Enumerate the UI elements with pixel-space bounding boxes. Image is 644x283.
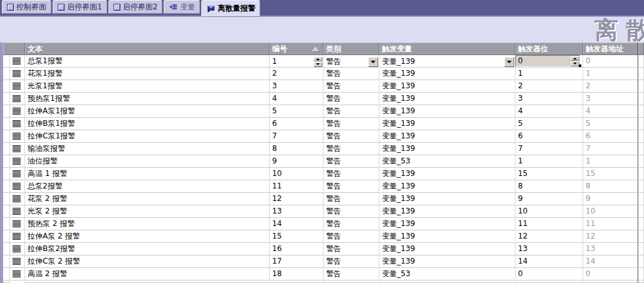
alarm-text-cell[interactable]: 总泵1报警 [25,55,270,68]
spinner-up-button[interactable] [314,57,322,62]
alarm-category-cell[interactable]: 警告 [324,180,379,193]
alarm-number-cell[interactable]: 12 [270,193,324,205]
category-dropdown-button[interactable] [368,57,378,67]
spinner[interactable] [571,56,579,66]
trigger-bit-cell[interactable]: 10 [515,205,583,218]
spinner-up-button[interactable] [571,56,579,61]
alarm-category-cell[interactable]: 警告 [324,218,379,230]
trigger-variable-cell[interactable]: 变量_139 [379,230,515,243]
table-row[interactable]: 预热泵1报警4警告变量_13933 [3,93,644,105]
trigger-bit-cell[interactable]: 2 [515,80,583,93]
tab-variables[interactable]: 变量 [164,0,200,14]
trigger-variable-cell[interactable]: 变量_139 [379,193,515,205]
table-row[interactable]: 拉伸B泵2报警16警告变量_1391313 [3,243,644,255]
alarm-text-cell[interactable]: 油位报警 [25,155,270,168]
trigger-variable-cell[interactable]: 变量_139 [379,218,515,230]
alarm-category-cell[interactable]: 警告 [324,243,379,255]
table-row[interactable]: 拉伸A泵1报警5警告变量_13944 [3,105,644,118]
trigger-bit-cell[interactable]: 7 [515,143,583,155]
table-row[interactable]: 花泵1报警2警告变量_13911 [3,68,644,80]
row-selector[interactable] [3,230,10,243]
alarm-text-cell[interactable]: 光泵 2 报警 [25,205,270,218]
alarm-text-cell[interactable]: 输油泵报警 [25,143,270,155]
row-selector[interactable] [3,243,10,255]
trigger-variable-cell[interactable]: 变量_139 [379,93,515,105]
trigger-bit-cell[interactable]: 12 [515,230,583,243]
alarm-text-cell[interactable]: 花泵1报警 [25,68,270,80]
alarm-number-cell[interactable]: 6 [270,118,324,130]
alarm-category-cell[interactable]: 警告 [324,55,379,68]
alarm-text-cell[interactable]: 拉伸C泵1报警 [25,130,270,143]
row-selector[interactable] [3,193,10,205]
trigger-bit-cell[interactable]: 9 [515,193,583,205]
table-row[interactable]: 拉伸C泵 2 报警17警告变量_1391414 [3,255,644,268]
alarm-number-cell[interactable]: 10 [270,168,324,180]
trigger-variable-cell[interactable]: 变量_53 [379,268,515,280]
row-selector-header[interactable] [3,43,25,55]
alarm-text-cell[interactable]: 拉伸A泵 2 报警 [25,230,270,243]
alarm-number-cell[interactable]: 15 [270,230,324,243]
trigger-bit-cell[interactable]: 1 [515,155,583,168]
alarm-category-cell[interactable]: 警告 [324,143,379,155]
alarm-number-cell[interactable]: 5 [270,105,324,118]
tab-control-screen[interactable]: 控制界面 [2,0,51,14]
table-row[interactable]: 总泵1报警1警告变量_13900 [3,55,644,68]
alarm-category-cell[interactable]: 警告 [324,93,379,105]
table-row[interactable]: 总泵2报警11警告变量_13988 [3,180,644,193]
trigger-bit-cell[interactable]: 14 [515,255,583,268]
row-selector[interactable] [3,218,10,230]
alarm-text-cell[interactable]: 预热泵 2 报警 [25,218,270,230]
column-header-category[interactable]: 类别 [324,43,379,55]
trigger-variable-cell[interactable]: 变量_139 [379,168,515,180]
table-row[interactable]: 高温 2 报警18警告变量_5300 [3,268,644,280]
alarm-number-cell[interactable]: 14 [270,218,324,230]
alarm-number-cell[interactable]: 2 [270,68,324,80]
alarm-text-cell[interactable]: 拉伸B泵2报警 [25,243,270,255]
trigger-bit-cell[interactable]: 5 [515,118,583,130]
column-header-trigger-address[interactable]: 触发器地址 [583,43,638,55]
row-selector[interactable] [3,80,10,93]
table-row[interactable]: 光泵1报警3警告变量_13922 [3,80,644,93]
row-selector[interactable] [3,180,10,193]
trigger-variable-cell[interactable]: 变量_139 [379,130,515,143]
alarm-category-cell[interactable]: 警告 [324,68,379,80]
row-selector[interactable] [3,130,10,143]
trigger-variable-cell[interactable]: 变量_139 [379,243,515,255]
alarm-category-cell[interactable]: 警告 [324,268,379,280]
trigger-bit-cell[interactable]: 6 [515,130,583,143]
trigger-variable-cell[interactable]: 变量_139 [379,80,515,93]
trigger-variable-cell[interactable]: 变量_139 [379,55,515,68]
row-selector[interactable] [3,205,10,218]
trigger-bit-cell[interactable]: 8 [515,180,583,193]
trigger-variable-cell[interactable]: 变量_139 [379,180,515,193]
column-header-number[interactable]: 编号 [270,43,324,55]
alarm-number-cell[interactable]: 11 [270,180,324,193]
trigger-bit-edit-field[interactable]: 0 [515,55,580,67]
alarm-category-cell[interactable]: 警告 [324,230,379,243]
alarm-category-cell[interactable]: 警告 [324,130,379,143]
cell-resize-handle[interactable] [579,64,581,67]
row-selector[interactable] [3,55,10,68]
table-row[interactable]: 预热泵 2 报警14警告变量_1391111 [3,218,644,230]
alarm-category-cell[interactable]: 警告 [324,80,379,93]
alarm-number-cell[interactable]: 3 [270,80,324,93]
row-selector[interactable] [3,168,10,180]
alarm-category-cell[interactable]: 警告 [324,118,379,130]
column-header-text[interactable]: 文本 [25,43,270,55]
table-row[interactable]: 输油泵报警8警告变量_13977 [3,143,644,155]
trigger-variable-cell[interactable]: 变量_139 [379,143,515,155]
table-row[interactable]: 油位报警9警告变量_5311 [3,155,644,168]
table-row[interactable]: 拉伸B泵1报警6警告变量_13955 [3,118,644,130]
alarm-text-cell[interactable]: 预热泵1报警 [25,93,270,105]
spinner-down-button[interactable] [571,61,579,66]
tab-startstop-screen-2[interactable]: 启停界面2 [108,0,163,14]
alarm-number-cell[interactable]: 17 [270,255,324,268]
row-selector[interactable] [3,143,10,155]
trigger-variable-cell[interactable]: 变量_139 [379,118,515,130]
trigger-variable-cell[interactable]: 变量_53 [379,155,515,168]
table-row[interactable]: 拉伸A泵 2 报警15警告变量_1391212 [3,230,644,243]
alarm-number-cell[interactable]: 7 [270,130,324,143]
row-selector[interactable] [3,105,10,118]
trigger-bit-cell[interactable]: 3 [515,93,583,105]
alarm-text-cell[interactable]: 高温 2 报警 [25,268,270,280]
